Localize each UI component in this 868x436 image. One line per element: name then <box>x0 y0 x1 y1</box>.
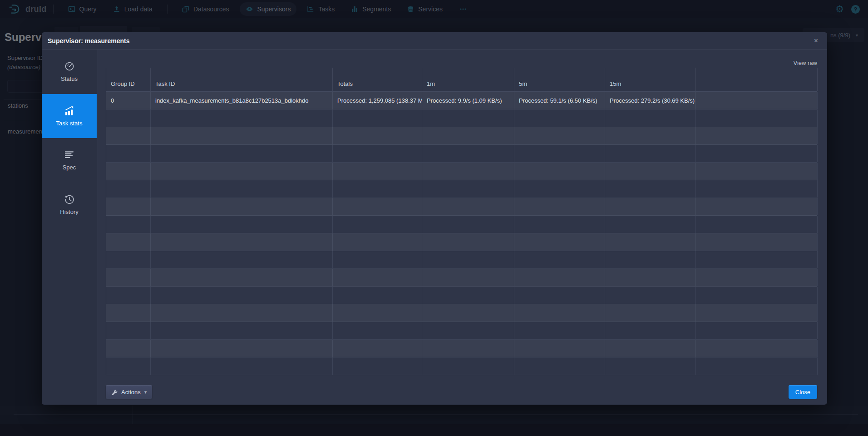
column-header[interactable] <box>696 68 818 91</box>
close-button[interactable]: Close <box>789 385 817 399</box>
table-row <box>106 163 817 180</box>
table-cell <box>151 251 333 268</box>
table-cell <box>605 233 696 251</box>
table-row <box>106 269 817 287</box>
table-cell <box>151 216 333 233</box>
table-cell <box>696 180 818 198</box>
column-header[interactable]: 1m <box>422 68 514 91</box>
table-cell <box>151 269 333 286</box>
tab-history[interactable]: History <box>42 183 97 227</box>
table-cell: 0 <box>106 92 151 109</box>
table-cell <box>106 198 151 215</box>
table-cell <box>605 145 696 162</box>
table-row <box>106 145 817 163</box>
table-cell <box>106 163 151 180</box>
table-cell <box>333 340 422 357</box>
table-cell <box>605 287 696 304</box>
table-cell <box>696 340 818 357</box>
table-cell <box>422 251 514 268</box>
table-cell <box>106 180 151 198</box>
table-cell: index_kafka_measurements_b81a8c127b2513a… <box>151 92 333 109</box>
table-cell <box>106 127 151 144</box>
table-cell <box>696 287 818 304</box>
wrench-icon <box>111 389 118 395</box>
table-cell <box>514 233 605 251</box>
table-cell <box>333 109 422 127</box>
column-header[interactable]: Task ID <box>151 68 333 91</box>
tab-spec[interactable]: Spec <box>42 138 97 183</box>
table-cell <box>422 163 514 180</box>
table-cell <box>151 198 333 215</box>
table-cell <box>605 198 696 215</box>
column-header[interactable]: 15m <box>605 68 696 91</box>
table-cell <box>696 127 818 144</box>
column-header[interactable]: 5m <box>514 68 605 91</box>
table-cell <box>696 145 818 162</box>
dialog-header: Supervisor: measurements × <box>42 32 827 50</box>
table-cell <box>696 357 818 375</box>
table-cell <box>422 145 514 162</box>
table-cell <box>514 127 605 144</box>
table-cell <box>151 322 333 339</box>
table-row <box>106 322 817 340</box>
table-cell <box>106 216 151 233</box>
table-cell <box>514 357 605 375</box>
table-cell <box>151 233 333 251</box>
table-cell <box>605 340 696 357</box>
table-cell <box>696 198 818 215</box>
view-raw-link[interactable]: View raw <box>793 59 817 66</box>
table-cell <box>605 251 696 268</box>
table-cell <box>514 322 605 339</box>
table-cell <box>514 269 605 286</box>
table-cell <box>696 163 818 180</box>
column-header[interactable]: Totals <box>333 68 422 91</box>
table-cell <box>422 198 514 215</box>
table-cell <box>605 304 696 322</box>
table-cell <box>151 287 333 304</box>
history-icon <box>64 194 75 205</box>
supervisor-dialog: Supervisor: measurements × StatusTask st… <box>42 32 827 405</box>
table-row <box>106 198 817 216</box>
table-cell <box>333 216 422 233</box>
table-cell <box>106 287 151 304</box>
table-cell <box>106 304 151 322</box>
close-icon[interactable]: × <box>812 35 820 46</box>
table-cell <box>422 304 514 322</box>
table-cell <box>151 163 333 180</box>
table-cell <box>514 304 605 322</box>
dialog-footer: Actions ▾ Close <box>106 385 817 399</box>
tab-label: Task stats <box>56 120 83 127</box>
table-row <box>106 180 817 198</box>
table-cell <box>151 340 333 357</box>
actions-button[interactable]: Actions ▾ <box>106 385 152 399</box>
table-cell <box>605 322 696 339</box>
table-cell <box>333 251 422 268</box>
dashboard-icon <box>64 61 75 72</box>
table-cell <box>106 269 151 286</box>
table-cell <box>605 109 696 127</box>
table-cell <box>333 145 422 162</box>
table-cell <box>333 180 422 198</box>
table-cell <box>151 127 333 144</box>
table-cell: Processed: 9.9/s (1.09 KB/s) <box>422 92 514 109</box>
table-cell <box>422 216 514 233</box>
tab-task-stats[interactable]: Task stats <box>42 94 97 139</box>
table-cell <box>106 233 151 251</box>
column-header[interactable]: Group ID <box>106 68 151 91</box>
dialog-side-tabs: StatusTask statsSpecHistory <box>42 50 97 405</box>
table-cell <box>333 233 422 251</box>
table-row <box>106 340 817 357</box>
table-cell <box>422 180 514 198</box>
table-cell <box>333 198 422 215</box>
table-cell <box>333 322 422 339</box>
table-cell <box>106 145 151 162</box>
table-cell <box>422 357 514 375</box>
table-cell <box>514 180 605 198</box>
table-cell <box>514 198 605 215</box>
tab-status[interactable]: Status <box>42 50 97 94</box>
table-cell <box>696 233 818 251</box>
table-cell <box>106 251 151 268</box>
table-cell <box>696 216 818 233</box>
table-cell <box>333 163 422 180</box>
table-cell <box>422 127 514 144</box>
